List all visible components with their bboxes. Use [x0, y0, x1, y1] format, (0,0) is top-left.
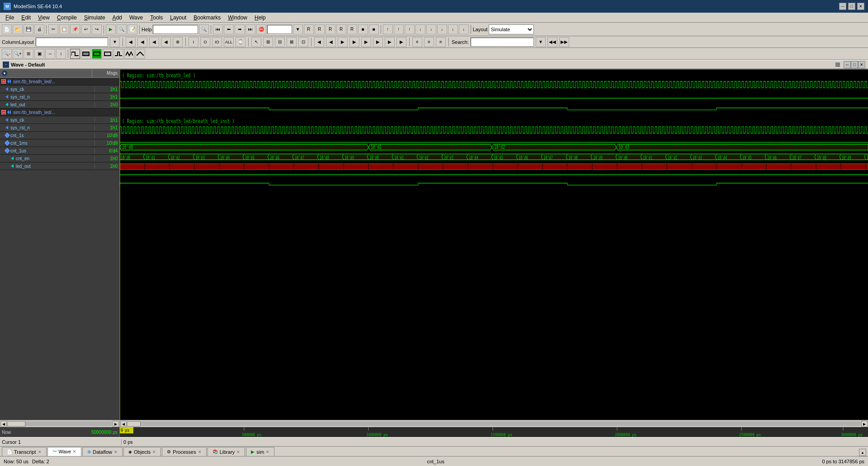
ev-prev[interactable]: ◀	[314, 37, 324, 47]
cursor-arrow[interactable]: ↖	[251, 37, 261, 47]
signal-led-out-1[interactable]: led_out 1h0	[0, 101, 119, 109]
wave-c2[interactable]: ≡	[424, 37, 434, 47]
wave-btn4[interactable]: ◀	[161, 37, 171, 47]
col-layout-input[interactable]: AllColumns	[36, 38, 108, 47]
minimize-button[interactable]: ─	[839, 3, 846, 10]
redo-button[interactable]: ↪	[92, 24, 102, 34]
wave-maximize[interactable]: □	[851, 61, 858, 68]
hscroll-left-wave[interactable]: ◀	[120, 421, 127, 427]
logic-clk[interactable]: ⌚	[236, 37, 245, 47]
tab-processes[interactable]: ⚙ Processes ✕	[162, 447, 206, 456]
wave-c3[interactable]: ≡	[436, 37, 446, 47]
wave-btn1[interactable]: ◀	[126, 37, 136, 47]
wave-shape4[interactable]	[103, 49, 113, 59]
search-arrow[interactable]: ▼	[536, 37, 546, 47]
zoom-in[interactable]: 🔍+	[13, 49, 23, 59]
signal-led-out-2[interactable]: led_out 1h0	[0, 162, 119, 170]
sig-dn3[interactable]: ↓	[437, 24, 447, 34]
tab-sim-close[interactable]: ✕	[266, 450, 269, 454]
cursor-x[interactable]: ⊡	[298, 37, 308, 47]
wave-shape1[interactable]	[70, 49, 80, 59]
print-button[interactable]: 🖨	[34, 24, 44, 34]
tb-r5[interactable]: R	[347, 24, 357, 34]
hscroll-track-wave[interactable]	[127, 421, 861, 426]
copy-button[interactable]: 📋	[59, 24, 69, 34]
tab-dataflow[interactable]: ⊕ Dataflow ✕	[82, 447, 123, 456]
help-go[interactable]: 🔍	[199, 24, 209, 34]
tb-r1[interactable]: R	[304, 24, 314, 34]
wave-btn5[interactable]: ⊕	[173, 37, 183, 47]
menu-simulate[interactable]: Simulate	[80, 14, 109, 22]
tab-library[interactable]: 📚 Library ✕	[208, 447, 245, 456]
hscroll-track-sig[interactable]	[7, 421, 112, 426]
menu-file[interactable]: File	[2, 14, 18, 22]
signal-cnt-1us[interactable]: cnt_1us 6'd4	[0, 147, 119, 155]
open-button[interactable]: 📂	[13, 24, 23, 34]
tab-processes-close[interactable]: ✕	[198, 450, 202, 454]
sim-run-all[interactable]: ⏭	[245, 24, 255, 34]
sig-up[interactable]: ↑	[383, 24, 393, 34]
wave-c1[interactable]: ≡	[412, 37, 422, 47]
ev-next7[interactable]: ▶	[396, 37, 406, 47]
sim-back[interactable]: ⬅	[224, 24, 234, 34]
wave-resize-handle[interactable]	[835, 62, 840, 67]
menu-help[interactable]: Help	[251, 14, 269, 22]
ev-next5[interactable]: ▶	[373, 37, 383, 47]
menu-window[interactable]: Window	[224, 14, 251, 22]
logic-1[interactable]: O	[200, 37, 210, 47]
sig-up3[interactable]: ↑	[405, 24, 415, 34]
zoom-sel[interactable]: ▣	[34, 49, 44, 59]
signal-sys-ck-1[interactable]: sys_ck 1h1	[0, 86, 119, 93]
wave-btn3[interactable]: ◀	[149, 37, 159, 47]
tab-maximize[interactable]: ▲	[859, 449, 866, 456]
search-input[interactable]	[471, 38, 534, 47]
tb-r2[interactable]: R	[315, 24, 325, 34]
menu-layout[interactable]: Layout	[166, 14, 190, 22]
new-button[interactable]: 📄	[2, 24, 12, 34]
menu-bookmarks[interactable]: Bookmarks	[190, 14, 224, 22]
hscroll-left-sig[interactable]: ◀	[0, 421, 7, 427]
zoom-full[interactable]: ⊞	[24, 49, 33, 59]
sim-time-down[interactable]: ▼	[293, 24, 303, 34]
group1-collapse-icon[interactable]: ─	[1, 79, 6, 84]
group2-header[interactable]: ─ sim:/tb_breath_led/...	[0, 109, 119, 116]
wave-close[interactable]: ✕	[858, 61, 865, 68]
tab-transcript-close[interactable]: ✕	[38, 450, 42, 454]
wave-shape6[interactable]	[124, 49, 134, 59]
sim-restart[interactable]: ⏮	[213, 24, 223, 34]
signal-sys-ck-2[interactable]: sys_ck 1h1	[0, 116, 119, 124]
help-input[interactable]	[153, 25, 198, 34]
menu-wave[interactable]: Wave	[126, 14, 146, 22]
group2-collapse-icon[interactable]: ─	[1, 110, 6, 114]
wave-shape5[interactable]	[113, 49, 123, 59]
tb-r6[interactable]: ■	[358, 24, 368, 34]
wave-shape7[interactable]	[135, 49, 145, 59]
script-button[interactable]: 📝	[127, 24, 137, 34]
cut-button[interactable]: ✂	[48, 24, 58, 34]
cursor-r[interactable]: ⊠	[287, 37, 297, 47]
wave-shape2[interactable]	[81, 49, 91, 59]
search-go2[interactable]: ▶▶	[559, 37, 569, 47]
ev-next2[interactable]: ▶	[338, 37, 348, 47]
tab-transcript[interactable]: 📄 Transcript ✕	[2, 447, 47, 456]
group1-header[interactable]: ─ sim:/tb_breath_led/...	[0, 78, 119, 86]
signal-sys-rst-2[interactable]: sys_rst_n 1h1	[0, 124, 119, 132]
tb-r7[interactable]: ■	[369, 24, 379, 34]
ev-next4[interactable]: ▶	[361, 37, 371, 47]
logic-0[interactable]: I	[189, 37, 198, 47]
wave-shape3[interactable]	[92, 49, 102, 59]
col-layout-arrow[interactable]: ▼	[110, 37, 120, 47]
sim-step[interactable]: ➡	[235, 24, 245, 34]
cursor-measure[interactable]: ⊟	[275, 37, 285, 47]
tb-r4[interactable]: R	[336, 24, 346, 34]
tab-library-close[interactable]: ✕	[236, 450, 240, 454]
wave-minimize[interactable]: ─	[844, 61, 851, 68]
signal-cnt-1ms[interactable]: cnt_1ms 10'd9	[0, 139, 119, 147]
cursor-zoom[interactable]: ⊞	[263, 37, 273, 47]
sim-break[interactable]: ⛔	[256, 24, 266, 34]
tab-wave-close[interactable]: ✕	[73, 449, 76, 454]
ev-next3[interactable]: ▶	[349, 37, 359, 47]
hscroll-right-sig[interactable]: ▶	[113, 421, 119, 427]
sig-dn2[interactable]: ↓	[426, 24, 436, 34]
find-button[interactable]: 🔍	[117, 24, 127, 34]
